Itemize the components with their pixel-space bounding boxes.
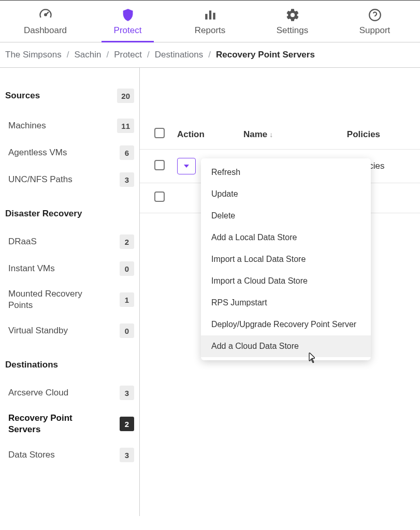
gauge-icon [38,8,53,22]
bars-icon [203,8,218,22]
sidebar-item-label: Instant VMs [8,263,55,274]
count-badge: 3 [120,386,134,400]
sidebar-item-virtual-standby[interactable]: Virtual Standby 0 [5,317,134,344]
breadcrumb-item[interactable]: The Simpsons [5,50,62,60]
tab-settings[interactable]: Settings [251,1,334,42]
count-badge: 1 [120,292,134,307]
menu-update[interactable]: Update [201,183,371,205]
tab-label: Support [359,25,390,36]
sidebar-item-mounted-recovery-points[interactable]: Mounted Recovery Points 1 [5,282,134,317]
sidebar-item-label: DRaaS [8,236,37,247]
sidebar-item-data-stores[interactable]: Data Stores 3 [5,441,134,468]
sidebar-item-instant-vms[interactable]: Instant VMs 0 [5,255,134,282]
menu-delete[interactable]: Delete [201,205,371,227]
caret-down-icon [184,165,189,168]
tab-label: Dashboard [24,25,67,36]
svg-rect-2 [213,13,215,20]
svg-rect-1 [209,10,211,19]
shield-icon [121,8,135,22]
count-badge: 0 [120,261,134,276]
breadcrumb-current: Recovery Point Servers [216,50,315,60]
row-action-dropdown-button[interactable] [177,158,196,174]
gear-icon [285,8,300,22]
sidebar-item-arcserve-cloud[interactable]: Arcserve Cloud 3 [5,379,134,406]
row-checkbox[interactable] [154,160,165,170]
column-header-name[interactable]: Name↓ [233,120,341,150]
breadcrumb-item[interactable]: Protect [114,50,142,60]
sidebar-item-unc-nfs-paths[interactable]: UNC/NFS Paths 3 [5,166,134,193]
menu-import-cloud-data-store[interactable]: Import a Cloud Data Store [201,270,371,292]
row-action-menu: Refresh Update Delete Add a Local Data S… [201,158,371,360]
sidebar-section-title: Sources [5,91,40,101]
svg-point-3 [369,9,381,21]
sidebar-item-recovery-point-servers[interactable]: Recovery Point Servers 2 [5,406,134,441]
breadcrumb-sep: / [67,50,69,60]
menu-refresh[interactable]: Refresh [201,161,371,183]
column-header-name-label: Name [243,129,267,139]
tab-support[interactable]: Support [334,1,416,42]
count-badge: 3 [120,448,134,462]
count-badge: 3 [120,172,134,187]
breadcrumb-item[interactable]: Sachin [74,50,101,60]
count-badge: 2 [120,234,134,249]
sidebar-item-agentless-vms[interactable]: Agentless VMs 6 [5,139,134,166]
menu-rps-jumpstart[interactable]: RPS Jumpstart [201,292,371,314]
sidebar-item-machines[interactable]: Machines 11 [5,112,134,139]
sort-down-icon: ↓ [269,130,273,139]
sidebar-item-label: Data Stores [8,449,55,461]
sidebar-item-label: Arcserve Cloud [8,387,68,399]
sidebar-item-label: Mounted Recovery Points [8,288,96,311]
breadcrumb-item[interactable]: Destinations [155,50,204,60]
sidebar-item-label: Machines [8,120,46,131]
main-area: Action Name↓ Policies 10.55.13.194 [140,68,420,516]
breadcrumb-sep: / [147,50,150,60]
count-badge: 6 [120,145,134,160]
help-icon [368,8,382,22]
sidebar-item-label: Virtual Standby [8,325,68,336]
count-badge: 0 [120,323,134,338]
sidebar-item-label: Agentless VMs [8,147,67,158]
svg-rect-0 [205,14,207,20]
count-badge: 2 [120,417,134,431]
breadcrumb: The Simpsons / Sachin / Protect / Destin… [0,42,420,68]
menu-import-local-data-store[interactable]: Import a Local Data Store [201,248,371,270]
breadcrumb-sep: / [106,50,109,60]
top-tab-bar: Dashboard Protect Reports Settings Suppo… [0,1,420,42]
count-badge: 20 [117,89,134,103]
column-header-policies: Policies [341,120,420,150]
sidebar-section-title: Destinations [5,360,58,370]
select-all-checkbox[interactable] [154,128,165,138]
tab-label: Settings [277,25,308,36]
sidebar-section-title: Disaster Recovery [5,209,82,219]
tab-label: Reports [195,25,226,36]
menu-deploy-upgrade-rps[interactable]: Deploy/Upgrade Recovery Point Server [201,314,371,335]
sidebar-item-label: Recovery Point Servers [8,413,96,435]
tab-dashboard[interactable]: Dashboard [4,1,86,42]
sidebar-item-label: UNC/NFS Paths [8,174,73,185]
row-checkbox[interactable] [154,192,165,202]
tab-protect[interactable]: Protect [86,1,169,42]
count-badge: 11 [117,119,134,133]
tab-reports[interactable]: Reports [169,1,251,42]
menu-add-cloud-data-store[interactable]: Add a Cloud Data Store [201,335,371,357]
tab-label: Protect [114,25,142,36]
column-header-action: Action [171,120,233,150]
menu-add-local-data-store[interactable]: Add a Local Data Store [201,227,371,248]
sidebar: Sources 20 Machines 11 Agentless VMs 6 U… [0,68,140,516]
breadcrumb-sep: / [208,50,211,60]
sidebar-item-draas[interactable]: DRaaS 2 [5,228,134,255]
